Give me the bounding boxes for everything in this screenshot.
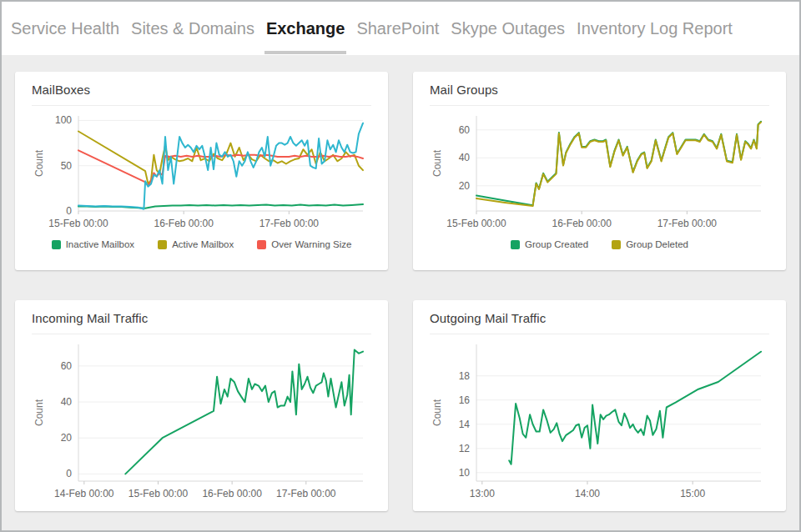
incoming-mail-traffic-line-chart: 020406014-Feb 00:0015-Feb 00:0016-Feb 00… [32, 336, 371, 503]
mailboxes-legend: Inactive MailboxActive MailboxOver Warni… [32, 233, 371, 251]
app-window: Service HealthSites & DomainsExchangeSha… [0, 0, 801, 532]
chart-svg: 20406015-Feb 00:0016-Feb 00:0017-Feb 00:… [430, 108, 769, 233]
tab-inventory-log-report[interactable]: Inventory Log Report [571, 2, 738, 55]
legend-label: Inactive Mailbox [66, 239, 134, 249]
x-tick-label: 15-Feb 00:00 [446, 218, 506, 229]
y-tick-label: 16 [459, 394, 471, 406]
x-tick-label: 17-Feb 00:00 [276, 488, 336, 499]
tab-sharepoint[interactable]: SharePoint [350, 2, 445, 55]
x-tick-label: 15:00 [680, 488, 705, 499]
chart-title-mail-groups: Mail Groups [430, 83, 769, 97]
chart-title-outgoing-mail-traffic: Outgoing Mail Traffic [430, 311, 769, 325]
series-line-group-created [476, 122, 761, 206]
tab-service-health[interactable]: Service Health [5, 2, 125, 55]
x-tick-label: 13:00 [470, 488, 495, 499]
tab-skype-outages[interactable]: Skype Outages [445, 2, 571, 55]
y-tick-label: 14 [459, 419, 471, 430]
panel-incoming-mail-traffic: Incoming Mail Traffic 020406014-Feb 00:0… [15, 300, 388, 511]
panel-divider [430, 105, 769, 106]
y-tick-label: 40 [459, 152, 471, 163]
series-line-unlabeled [509, 352, 761, 464]
tab-label: Inventory Log Report [577, 19, 733, 38]
mail-groups-line-chart: 20406015-Feb 00:0016-Feb 00:0017-Feb 00:… [430, 108, 769, 233]
series-line-unlabeled [125, 350, 363, 474]
chart-title-incoming-mail-traffic: Incoming Mail Traffic [32, 311, 371, 325]
legend-swatch [158, 240, 167, 249]
y-tick-label: 10 [459, 467, 471, 479]
legend-swatch [612, 240, 621, 249]
mailboxes-line-chart: 05010015-Feb 00:0016-Feb 00:0017-Feb 00:… [32, 108, 371, 233]
y-tick-label: 40 [61, 396, 73, 408]
x-tick-label: 15-Feb 00:00 [48, 218, 108, 229]
x-tick-label: 16-Feb 00:00 [202, 488, 262, 499]
panel-outgoing-mail-traffic: Outgoing Mail Traffic 101214161813:0014:… [413, 300, 786, 511]
y-tick-label: 20 [459, 180, 471, 192]
x-tick-label: 14-Feb 00:00 [54, 488, 114, 499]
y-axis-title: Count [33, 399, 45, 426]
chart-title-mailboxes: MailBoxes [32, 83, 371, 97]
legend-label: Group Created [525, 239, 588, 249]
panel-divider [32, 105, 371, 106]
tab-bar: Service HealthSites & DomainsExchangeSha… [2, 2, 799, 55]
y-axis-title: Count [431, 399, 443, 426]
mail-groups-legend: Group CreatedGroup Deleted [430, 233, 769, 251]
x-tick-label: 15-Feb 00:00 [128, 488, 189, 499]
legend-label: Over Warning Size [271, 239, 351, 249]
y-tick-label: 20 [61, 432, 73, 444]
legend-item-group-created[interactable]: Group Created [511, 239, 588, 249]
tab-label: SharePoint [356, 19, 439, 38]
legend-item-group-deleted[interactable]: Group Deleted [612, 239, 688, 249]
y-tick-label: 50 [61, 160, 73, 172]
legend-label: Active Mailbox [172, 239, 234, 249]
tab-label: Skype Outages [451, 19, 565, 38]
legend-swatch [257, 240, 266, 249]
x-tick-label: 16-Feb 00:00 [552, 218, 612, 229]
x-tick-label: 14:00 [575, 488, 600, 499]
legend-item-over-warning-size[interactable]: Over Warning Size [257, 239, 351, 249]
y-tick-label: 18 [459, 370, 471, 382]
legend-swatch [511, 240, 520, 249]
chart-svg: 020406014-Feb 00:0015-Feb 00:0016-Feb 00… [32, 336, 371, 503]
dashboard-content: MailBoxes 05010015-Feb 00:0016-Feb 00:00… [2, 55, 799, 531]
y-axis-title: Count [33, 149, 45, 177]
x-tick-label: 16-Feb 00:00 [154, 218, 214, 229]
tab-label: Exchange [266, 19, 345, 38]
x-tick-label: 17-Feb 00:00 [657, 218, 718, 229]
tab-exchange[interactable]: Exchange [260, 2, 350, 55]
tab-label: Service Health [11, 19, 119, 38]
panel-mailboxes: MailBoxes 05010015-Feb 00:0016-Feb 00:00… [15, 72, 388, 270]
panel-divider [430, 334, 769, 334]
legend-label: Group Deleted [626, 239, 688, 249]
outgoing-mail-traffic-line-chart: 101214161813:0014:0015:00Count [430, 336, 769, 503]
y-tick-label: 0 [66, 468, 72, 479]
legend-item-active-mailbox[interactable]: Active Mailbox [158, 239, 234, 249]
panel-divider [32, 334, 371, 334]
y-tick-label: 0 [66, 205, 72, 217]
chart-svg: 101214161813:0014:0015:00Count [430, 336, 769, 503]
y-tick-label: 60 [459, 124, 471, 136]
y-tick-label: 12 [459, 443, 471, 454]
y-tick-label: 60 [61, 360, 73, 372]
chart-svg: 05010015-Feb 00:0016-Feb 00:0017-Feb 00:… [32, 108, 371, 233]
legend-swatch [52, 240, 61, 249]
panel-mail-groups: Mail Groups 20406015-Feb 00:0016-Feb 00:… [413, 72, 786, 270]
y-tick-label: 100 [55, 114, 72, 126]
tab-sites-domains[interactable]: Sites & Domains [125, 2, 260, 55]
legend-item-inactive-mailbox[interactable]: Inactive Mailbox [52, 239, 134, 249]
series-line-unlabeled [78, 123, 363, 209]
y-axis-title: Count [431, 149, 443, 177]
series-line-group-deleted [476, 123, 761, 207]
tab-label: Sites & Domains [131, 19, 254, 38]
x-tick-label: 17-Feb 00:00 [259, 218, 320, 229]
